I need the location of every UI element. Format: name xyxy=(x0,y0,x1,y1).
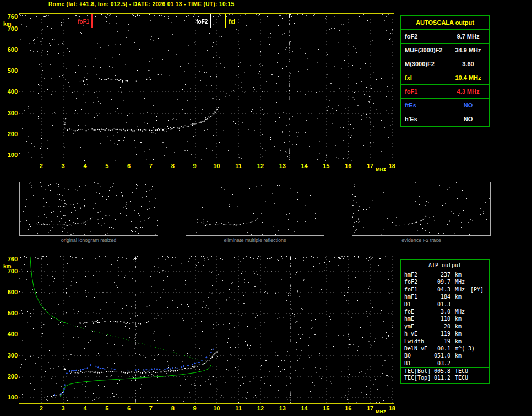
aip-row-foE: foE3.0MHz xyxy=(401,308,489,315)
marker-label-foF2: foF2 xyxy=(183,19,208,25)
x-tick-label: 14 xyxy=(298,163,311,169)
aip-param-label: B0 xyxy=(401,352,433,359)
aip-param-label: ymE xyxy=(401,323,433,330)
x-tick-label: 18 xyxy=(386,405,399,412)
aip-param-value: 03.2 xyxy=(433,360,450,367)
autoscala-row-foF2: foF29.7 MHz xyxy=(401,30,489,44)
aip-param-value: 09.7 xyxy=(433,278,450,285)
autoscala-param-label: MUF(3000)F2 xyxy=(401,44,447,57)
x-tick-label: 13 xyxy=(276,163,289,169)
aip-row-hmF2: hmF2237km xyxy=(401,271,489,278)
aip-param-flag: [PY] xyxy=(465,286,484,293)
x-tick-label: 3 xyxy=(57,163,70,169)
aip-param-unit: km xyxy=(450,323,462,330)
thumb-caption-original: original ionogram resized xyxy=(19,237,158,243)
x-tick-label: 8 xyxy=(166,405,180,412)
aip-param-value: 005.8 xyxy=(433,368,450,374)
autoscala-param-label: M(3000)F2 xyxy=(401,57,447,71)
autoscala-param-label: h'Es xyxy=(401,112,447,126)
aip-row-TEC[Top]: TEC[Top]011.2TECU xyxy=(401,374,489,381)
x-tick-label: 16 xyxy=(341,405,355,412)
main-ionogram-canvas xyxy=(19,13,394,161)
y-tick-label: 300 xyxy=(2,110,18,116)
x-tick-label: 17 xyxy=(363,163,377,169)
aip-param-value: 237 xyxy=(433,271,450,278)
y-tick-label: 600 xyxy=(2,289,18,295)
profile-ionogram-canvas xyxy=(19,256,394,404)
autoscala-table-rows: foF29.7 MHzMUF(3000)F234.9 MHzM(3000)F23… xyxy=(401,30,489,126)
main-ionogram-plot: 7607006005004003002001002345678910111213… xyxy=(0,10,398,176)
aip-param-label: hmE xyxy=(401,315,433,322)
aip-param-label: hmF2 xyxy=(401,271,433,278)
autoscala-row-ftEs: ftEsNO xyxy=(401,99,489,112)
thumb-evidence-f2 xyxy=(352,182,491,236)
x-tick-label: 15 xyxy=(319,163,333,169)
aip-param-value: 3.0 xyxy=(433,308,450,315)
aip-row-ymE: ymE20km xyxy=(401,323,489,330)
autoscala-row-foF1: foF14.3 MHz xyxy=(401,85,489,99)
x-tick-label: 4 xyxy=(78,163,91,169)
marker-label-foF1: foF1 xyxy=(65,19,89,25)
thumb-eliminate-canvas xyxy=(186,182,324,236)
autoscala-output-table: AUTOSCALA output foF29.7 MHzMUF(3000)F23… xyxy=(400,15,490,127)
aip-param-label: foF1 xyxy=(401,286,433,293)
aip-param-value: 19 xyxy=(433,338,450,345)
thumb-original-ionogram xyxy=(19,182,158,236)
aip-param-value: 184 xyxy=(433,293,450,300)
x-tick-label: 9 xyxy=(188,163,202,169)
autoscala-param-value: 4.3 MHz xyxy=(447,85,489,98)
aip-param-value: 110 xyxy=(433,315,450,322)
aip-row-hmF1: hmF1184km xyxy=(401,293,489,300)
aip-row-hmE: hmE110km xyxy=(401,315,489,322)
x-tick-label: 2 xyxy=(35,405,48,412)
aip-param-label: D1 xyxy=(401,301,433,308)
aip-param-label: h_vE xyxy=(401,330,433,337)
y-tick-label: 760 xyxy=(2,13,18,20)
autoscala-param-label: fxI xyxy=(401,71,447,84)
x-tick-label: 17 xyxy=(363,405,377,412)
x-tick-label: 14 xyxy=(298,405,311,412)
aip-param-value: 01.3 xyxy=(433,301,450,308)
thumb-evidence-canvas xyxy=(352,182,491,236)
autoscala-param-value: 3.60 xyxy=(447,57,489,71)
y-tick-label: 500 xyxy=(2,67,18,74)
autoscala-row-h'Es: h'EsNO xyxy=(401,112,489,126)
autoscala-param-label: foF1 xyxy=(401,85,447,98)
thumb-caption-eliminate: eliminate multiple reflections xyxy=(186,237,324,243)
aip-row-B0: B0051.0km xyxy=(401,352,489,359)
y-tick-label: 400 xyxy=(2,88,18,95)
aip-param-unit: km xyxy=(450,352,462,359)
aip-row-foF2: foF209.7MHz xyxy=(401,278,489,285)
aip-table-title: AIP output xyxy=(401,260,489,271)
aip-param-value: 04.3 xyxy=(433,286,450,293)
y-tick-label: 100 xyxy=(2,394,18,401)
y-tick-label: 200 xyxy=(2,373,18,380)
aip-param-unit: km xyxy=(450,338,462,345)
x-tick-label: 5 xyxy=(100,163,113,169)
x-tick-label: 10 xyxy=(210,405,223,412)
aip-param-label: TEC[Top] xyxy=(401,374,433,381)
station-header: Rome (lat: +41.8, lon: 012.5) - DATE: 20… xyxy=(48,1,235,7)
aip-row-Ewidth: Ewidth19km xyxy=(401,338,489,345)
x-tick-label: 11 xyxy=(232,405,245,412)
mhz-axis-label: MHz xyxy=(376,409,386,414)
profile-ionogram-plot: 7607006005004003002001002345678910111213… xyxy=(0,252,398,416)
aip-param-label: B1 xyxy=(401,360,433,367)
aip-param-label: hmF1 xyxy=(401,293,433,300)
x-tick-label: 16 xyxy=(341,163,355,169)
aip-param-unit: MHz xyxy=(450,308,465,315)
y-tick-label: 400 xyxy=(2,331,18,337)
y-tick-label: 600 xyxy=(2,46,18,53)
x-tick-label: 6 xyxy=(122,163,135,169)
aip-param-unit: km xyxy=(450,293,462,300)
thumb-caption-evidence: evidence F2 trace xyxy=(352,237,491,243)
x-tick-label: 18 xyxy=(386,163,399,169)
aip-param-value: 119 xyxy=(433,330,450,337)
aip-param-label: DelN_vE xyxy=(401,345,433,352)
x-tick-label: 12 xyxy=(254,163,267,169)
marker-label-fxI: fxI xyxy=(229,19,235,25)
aip-row-foF1: foF104.3MHz[PY] xyxy=(401,286,489,293)
autoscala-param-value: 34.9 MHz xyxy=(447,44,489,57)
aip-output-table: AIP output hmF2237kmfoF209.7MHzfoF104.3M… xyxy=(400,259,490,384)
aip-param-unit: TECU xyxy=(450,368,468,374)
